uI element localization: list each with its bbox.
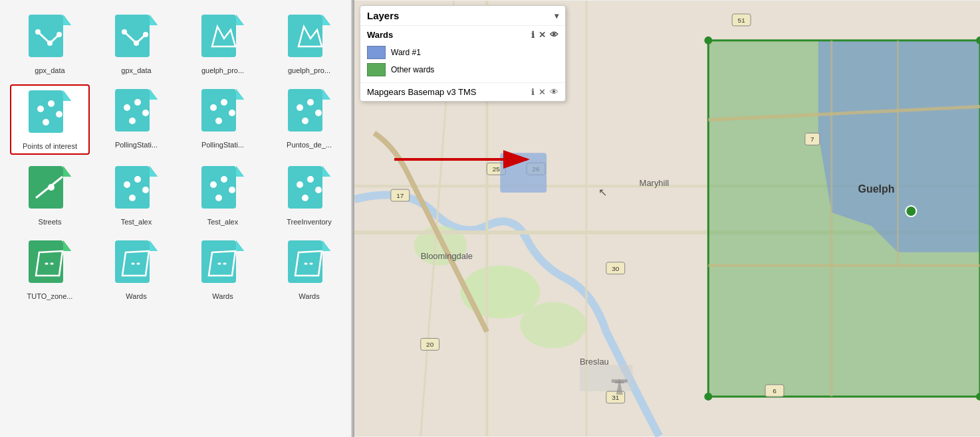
map-panel[interactable]: 17 20 25 26 30 31 Maryhill Bloomingdale … bbox=[354, 0, 980, 437]
svg-point-60 bbox=[124, 181, 130, 188]
svg-point-36 bbox=[142, 110, 149, 116]
svg-marker-59 bbox=[150, 166, 158, 177]
svg-text:6: 6 bbox=[773, 387, 777, 394]
svg-rect-127 bbox=[500, 153, 547, 193]
svg-point-48 bbox=[297, 104, 303, 111]
svg-rect-20 bbox=[288, 15, 322, 57]
file-label-puntos-de: Puntos_de_... bbox=[287, 141, 332, 149]
layers-collapse-icon[interactable]: ▾ bbox=[554, 11, 558, 21]
legend-label-ward1: Ward #1 bbox=[391, 48, 421, 57]
svg-text:17: 17 bbox=[396, 192, 404, 199]
svg-marker-33 bbox=[150, 89, 158, 100]
svg-point-62 bbox=[142, 187, 149, 193]
svg-point-77 bbox=[302, 195, 308, 201]
layer-info-icon[interactable]: ℹ bbox=[531, 30, 535, 40]
file-label-tuto-zone: TUTO_zone... bbox=[27, 292, 73, 300]
layer-row-wards: Wards ℹ ✕ 👁 Ward #1 Other wards bbox=[360, 26, 565, 83]
svg-point-74 bbox=[297, 181, 303, 188]
svg-marker-22 bbox=[322, 15, 330, 25]
file-label-wards-2: Wards bbox=[212, 292, 233, 300]
svg-marker-40 bbox=[236, 89, 244, 100]
svg-point-28 bbox=[48, 100, 55, 107]
svg-point-42 bbox=[221, 99, 227, 106]
svg-point-75 bbox=[307, 176, 314, 183]
legend-label-other-wards: Other wards bbox=[391, 65, 434, 74]
svg-marker-18 bbox=[236, 15, 244, 25]
file-item-wards-1[interactable]: Wards bbox=[96, 236, 176, 304]
svg-text:7: 7 bbox=[810, 135, 814, 143]
svg-marker-2 bbox=[63, 15, 71, 25]
file-grid: gpx_data gpx_data gu bbox=[7, 7, 344, 307]
svg-point-43 bbox=[229, 110, 235, 116]
file-item-streets[interactable]: Streets bbox=[10, 161, 90, 229]
layer-eye-icon[interactable]: 👁 bbox=[550, 30, 558, 40]
basemap-info-icon[interactable]: ℹ bbox=[531, 87, 535, 97]
file-label-wards-1: Wards bbox=[126, 292, 146, 300]
svg-point-15 bbox=[143, 32, 148, 37]
file-item-test-alex-2[interactable]: Test_alex bbox=[183, 161, 263, 229]
svg-text:20: 20 bbox=[426, 341, 434, 348]
file-label-guelph-pro-1: guelph_pro... bbox=[201, 66, 244, 74]
svg-point-30 bbox=[43, 119, 49, 126]
file-label-polling-stati-1: PollingStati... bbox=[115, 141, 158, 149]
layer-name-wards: Wards bbox=[367, 30, 393, 40]
svg-point-6 bbox=[47, 41, 53, 46]
svg-point-5 bbox=[35, 29, 41, 35]
file-item-polling-stati-1[interactable]: PollingStati... bbox=[96, 84, 176, 155]
layers-header: Layers ▾ bbox=[360, 6, 565, 26]
svg-rect-52 bbox=[29, 166, 63, 209]
svg-point-61 bbox=[134, 176, 141, 183]
file-item-tree-inventory[interactable]: TreeInventory bbox=[269, 161, 349, 229]
svg-point-50 bbox=[315, 110, 322, 116]
svg-point-68 bbox=[221, 176, 227, 183]
basemap-eye-icon[interactable]: 👁 bbox=[550, 87, 558, 97]
svg-text:↖: ↖ bbox=[598, 187, 607, 198]
file-item-gpx-data-2[interactable]: gpx_data bbox=[96, 10, 176, 78]
svg-marker-92 bbox=[236, 240, 244, 251]
file-item-puntos-de[interactable]: Puntos_de_... bbox=[269, 84, 349, 155]
file-label-wards-3: Wards bbox=[299, 292, 319, 300]
file-label-guelph-pro-2: guelph_pro... bbox=[288, 66, 330, 74]
file-item-guelph-pro-1[interactable]: guelph_pro... bbox=[183, 10, 263, 78]
svg-rect-96 bbox=[288, 240, 322, 283]
file-item-gpx-data-1[interactable]: gpx_data bbox=[10, 10, 90, 78]
svg-point-41 bbox=[210, 104, 217, 111]
layer-row-basemap: Mapgears Basemap v3 TMS ℹ ✕ 👁 bbox=[360, 83, 565, 101]
svg-point-27 bbox=[37, 106, 44, 112]
legend-color-other-wards bbox=[367, 63, 386, 76]
svg-point-63 bbox=[129, 195, 136, 201]
svg-rect-150 bbox=[615, 381, 624, 383]
svg-point-13 bbox=[122, 29, 127, 35]
svg-text:Breslau: Breslau bbox=[580, 357, 609, 367]
file-item-wards-2[interactable]: Wards bbox=[183, 236, 263, 304]
svg-marker-86 bbox=[150, 240, 158, 251]
file-label-gpx-data-1: gpx_data bbox=[35, 66, 64, 74]
svg-point-7 bbox=[57, 32, 62, 37]
svg-point-14 bbox=[134, 41, 139, 46]
file-label-polling-stati-2: PollingStati... bbox=[201, 141, 244, 149]
file-item-test-alex-1[interactable]: Test_alex bbox=[96, 161, 176, 229]
svg-marker-54 bbox=[63, 166, 71, 177]
file-item-polling-stati-2[interactable]: PollingStati... bbox=[183, 84, 263, 155]
file-item-points-of-interest[interactable]: Points of interest bbox=[10, 84, 90, 155]
file-item-wards-3[interactable]: Wards bbox=[269, 236, 349, 304]
svg-point-44 bbox=[215, 118, 222, 124]
basemap-close-icon[interactable]: ✕ bbox=[539, 87, 546, 97]
svg-marker-66 bbox=[236, 166, 244, 177]
file-item-tuto-zone[interactable]: TUTO_zone... bbox=[10, 236, 90, 304]
svg-point-37 bbox=[129, 118, 136, 124]
svg-point-69 bbox=[229, 187, 235, 193]
legend-ward1: Ward #1 bbox=[367, 44, 558, 61]
svg-point-51 bbox=[302, 118, 308, 124]
svg-rect-106 bbox=[580, 365, 633, 391]
svg-point-135 bbox=[704, 393, 712, 400]
file-label-test-alex-2: Test_alex bbox=[207, 218, 238, 226]
layer-close-icon[interactable]: ✕ bbox=[539, 30, 546, 40]
svg-marker-10 bbox=[150, 15, 158, 25]
svg-text:25: 25 bbox=[493, 165, 501, 173]
svg-point-29 bbox=[56, 111, 62, 118]
svg-rect-90 bbox=[201, 240, 236, 283]
svg-point-76 bbox=[315, 187, 322, 193]
svg-marker-73 bbox=[322, 166, 330, 177]
file-item-guelph-pro-2[interactable]: guelph_pro... bbox=[269, 10, 349, 78]
